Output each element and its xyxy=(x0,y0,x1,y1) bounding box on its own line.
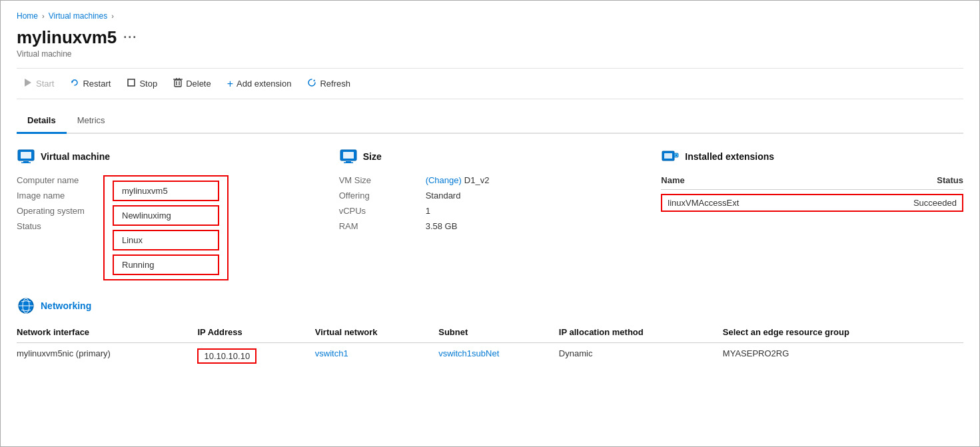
breadcrumb-sep2: › xyxy=(111,12,114,20)
net-row-0-edge: MYASEPRO2RG xyxy=(723,343,963,370)
size-label-0: VM Size xyxy=(339,175,426,185)
page-title-row: mylinuxvm5 ··· xyxy=(17,27,963,48)
vm-fields: Computer name Image name Operating syste… xyxy=(17,175,319,280)
breadcrumb-sep1: › xyxy=(42,12,45,20)
content-grid: Virtual machine Computer name Image name… xyxy=(17,147,963,280)
net-row-0-alloc: Dynamic xyxy=(559,343,723,370)
vm-section: Virtual machine Computer name Image name… xyxy=(17,147,319,280)
plus-icon: + xyxy=(227,78,233,90)
size-val-2: 1 xyxy=(426,206,430,216)
restart-label: Restart xyxy=(83,79,111,89)
networking-title: Networking xyxy=(41,300,91,311)
networking-icon xyxy=(17,296,35,315)
ext-col-status: Status xyxy=(897,175,963,185)
vm-val-1: Newlinuximg xyxy=(113,205,219,226)
stop-button[interactable]: Stop xyxy=(120,75,164,93)
svg-rect-2 xyxy=(175,80,181,87)
start-label: Start xyxy=(36,79,54,89)
delete-label: Delete xyxy=(186,79,211,89)
networking-section: Networking Network interface IP Address … xyxy=(17,296,963,369)
extensions-table-header: Name Status xyxy=(661,175,963,190)
start-button[interactable]: Start xyxy=(17,75,61,93)
ext-col-name: Name xyxy=(661,175,897,185)
breadcrumb: Home › Virtual machines › xyxy=(17,11,963,21)
net-row-0-subnet[interactable]: vswitch1subNet xyxy=(438,343,559,370)
svg-rect-15 xyxy=(344,163,353,164)
ext-row-0-status: Succeeded xyxy=(903,198,957,208)
refresh-label: Refresh xyxy=(320,79,350,89)
refresh-icon xyxy=(307,78,316,89)
vm-label-0: Computer name xyxy=(17,175,103,185)
svg-rect-17 xyxy=(664,153,672,159)
play-icon xyxy=(23,78,33,89)
vm-val-3: Running xyxy=(113,254,219,275)
ellipsis-menu[interactable]: ··· xyxy=(123,31,137,45)
size-val-1: Standard xyxy=(426,191,461,201)
vm-label-1: Image name xyxy=(17,191,103,201)
breadcrumb-home[interactable]: Home xyxy=(17,11,38,21)
vm-val-0: mylinuxvm5 xyxy=(113,181,219,201)
extensions-section-header: Installed extensions xyxy=(661,147,963,166)
svg-marker-0 xyxy=(25,79,31,87)
stop-icon xyxy=(127,78,136,89)
size-icon xyxy=(339,147,358,166)
restart-icon xyxy=(70,78,79,89)
vm-label-3: Status xyxy=(17,221,103,231)
delete-button[interactable]: Delete xyxy=(167,74,218,93)
breadcrumb-vms[interactable]: Virtual machines xyxy=(49,11,108,21)
page-container: Home › Virtual machines › mylinuxvm5 ···… xyxy=(1,1,979,385)
size-val-0: D1_v2 xyxy=(464,175,490,185)
svg-rect-11 xyxy=(21,163,31,164)
tab-metrics[interactable]: Metrics xyxy=(67,110,116,134)
net-row-0-ip: 10.10.10.10 xyxy=(197,343,314,370)
svg-rect-9 xyxy=(21,152,31,159)
vm-label-2: Operating system xyxy=(17,206,103,216)
vm-icon xyxy=(17,147,35,166)
networking-table: Network interface IP Address Virtual net… xyxy=(17,324,963,369)
net-row-0-vnet[interactable]: vswitch1 xyxy=(315,343,438,370)
networking-header: Networking xyxy=(17,296,963,315)
net-col-edge: Select an edge resource group xyxy=(723,324,963,343)
extensions-section-title: Installed extensions xyxy=(685,151,774,162)
size-field-0: VM Size (Change) D1_v2 xyxy=(339,175,642,185)
size-change-link[interactable]: (Change) xyxy=(426,175,462,185)
vm-val-2: Linux xyxy=(113,230,219,250)
stop-label: Stop xyxy=(139,79,157,89)
size-section-title: Size xyxy=(363,151,382,162)
size-label-2: vCPUs xyxy=(339,206,426,216)
ext-row-0-name: linuxVMAccessExt xyxy=(668,198,903,208)
net-col-subnet: Subnet xyxy=(438,324,559,343)
tabs: Details Metrics xyxy=(17,110,963,134)
restart-button[interactable]: Restart xyxy=(63,75,117,93)
vm-section-header: Virtual machine xyxy=(17,147,319,166)
size-section-header: Size xyxy=(339,147,642,166)
vm-labels: Computer name Image name Operating syste… xyxy=(17,175,103,280)
page-title-text: mylinuxvm5 xyxy=(17,27,117,48)
net-col-ip: IP Address xyxy=(197,324,314,343)
toolbar: Start Restart Stop xyxy=(17,68,963,99)
size-fields: VM Size (Change) D1_v2 Offering Standard… xyxy=(339,175,642,231)
svg-rect-13 xyxy=(343,152,354,159)
size-val-3: 3.58 GB xyxy=(426,221,458,231)
net-row-0: mylinuxvm5nic (primary) 10.10.10.10 vswi… xyxy=(17,343,963,370)
size-label-3: RAM xyxy=(339,221,426,231)
delete-icon xyxy=(173,77,183,90)
net-col-interface: Network interface xyxy=(17,324,197,343)
extensions-icon xyxy=(661,147,680,166)
svg-rect-19 xyxy=(676,155,677,156)
net-row-0-interface: mylinuxvm5nic (primary) xyxy=(17,343,197,370)
ip-address-box: 10.10.10.10 xyxy=(197,348,256,364)
add-extension-label: Add extension xyxy=(237,79,291,89)
size-section: Size VM Size (Change) D1_v2 Offering Sta… xyxy=(339,147,642,280)
tab-details[interactable]: Details xyxy=(17,110,67,134)
add-extension-button[interactable]: + Add extension xyxy=(221,75,298,93)
net-col-alloc: IP allocation method xyxy=(559,324,723,343)
vm-section-title: Virtual machine xyxy=(41,151,110,162)
net-col-vnet: Virtual network xyxy=(315,324,438,343)
ext-row-0: linuxVMAccessExt Succeeded xyxy=(661,194,963,212)
size-field-3: RAM 3.58 GB xyxy=(339,221,642,231)
vm-values-box: mylinuxvm5 Newlinuximg Linux Running xyxy=(103,175,229,280)
refresh-button[interactable]: Refresh xyxy=(300,75,357,93)
svg-rect-1 xyxy=(128,79,135,86)
extensions-section: Installed extensions Name Status linuxVM… xyxy=(661,147,963,280)
